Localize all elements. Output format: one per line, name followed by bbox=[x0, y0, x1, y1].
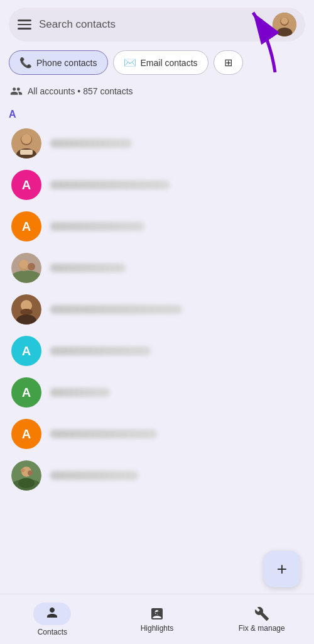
avatar bbox=[11, 128, 41, 158]
svg-point-25 bbox=[28, 470, 33, 475]
nav-contacts-bg bbox=[33, 602, 71, 625]
list-item[interactable]: A bbox=[9, 372, 305, 413]
contact-name bbox=[50, 264, 126, 272]
contact-name bbox=[50, 305, 182, 314]
avatar bbox=[11, 253, 41, 283]
avatar bbox=[11, 294, 41, 325]
svg-point-24 bbox=[21, 469, 24, 472]
contacts-nav-icon bbox=[45, 605, 60, 620]
highlights-nav-label: Highlights bbox=[141, 624, 174, 633]
contact-name bbox=[50, 347, 151, 355]
list-item[interactable] bbox=[9, 455, 305, 496]
contact-name bbox=[50, 388, 110, 397]
list-item[interactable] bbox=[9, 289, 305, 330]
list-item[interactable] bbox=[9, 123, 305, 164]
svg-point-14 bbox=[28, 263, 35, 270]
avatar: A bbox=[11, 170, 41, 200]
bottom-navigation: Contacts Highlights Fix & manage bbox=[0, 594, 314, 644]
section-header-a: A bbox=[9, 104, 305, 123]
search-input-label[interactable]: Search contacts bbox=[39, 18, 250, 31]
filter-tabs: 📞 Phone contacts ✉️ Email contacts ⊞ bbox=[0, 48, 314, 81]
nav-highlights[interactable]: Highlights bbox=[105, 600, 210, 639]
contacts-list: A A A bbox=[0, 104, 314, 594]
email-tab-label: Email contacts bbox=[141, 58, 198, 68]
contact-name bbox=[50, 471, 138, 480]
phone-contacts-tab[interactable]: 📞 Phone contacts bbox=[9, 50, 108, 75]
user-avatar[interactable] bbox=[273, 13, 296, 36]
avatar: A bbox=[11, 336, 41, 366]
avatar: A bbox=[11, 377, 41, 408]
svg-point-8 bbox=[21, 134, 31, 144]
list-item[interactable]: A bbox=[9, 413, 305, 455]
svg-point-23 bbox=[18, 478, 35, 488]
contact-name bbox=[50, 139, 132, 148]
account-count-label: All accounts • 857 contacts bbox=[28, 86, 133, 96]
hamburger-menu-button[interactable] bbox=[18, 19, 31, 30]
contact-name bbox=[50, 180, 170, 189]
svg-rect-11 bbox=[11, 270, 41, 283]
avatar bbox=[11, 460, 41, 491]
accounts-icon bbox=[10, 85, 23, 97]
list-item[interactable]: A bbox=[9, 206, 305, 247]
nav-contacts[interactable]: Contacts bbox=[0, 596, 105, 643]
account-info: All accounts • 857 contacts bbox=[0, 81, 314, 104]
add-contact-fab[interactable]: + bbox=[264, 551, 300, 587]
directory-tab[interactable]: ⊞ bbox=[214, 50, 243, 75]
contact-name bbox=[50, 222, 144, 231]
phone-icon: 📞 bbox=[19, 57, 32, 69]
svg-point-13 bbox=[19, 260, 28, 269]
fix-manage-nav-label: Fix & manage bbox=[239, 624, 285, 633]
avatar: A bbox=[11, 211, 41, 242]
grid-icon: ⊞ bbox=[224, 57, 232, 69]
plus-icon: + bbox=[277, 559, 287, 579]
svg-point-3 bbox=[281, 18, 288, 25]
list-item[interactable]: A bbox=[9, 164, 305, 206]
app-container: Search contacts bbox=[0, 0, 314, 644]
fix-manage-nav-icon bbox=[254, 606, 269, 621]
nav-fix-manage[interactable]: Fix & manage bbox=[209, 600, 314, 639]
contact-name bbox=[50, 430, 157, 438]
more-options-button[interactable] bbox=[257, 16, 265, 33]
phone-tab-label: Phone contacts bbox=[36, 58, 97, 68]
highlights-nav-icon bbox=[149, 606, 165, 621]
avatar: A bbox=[11, 419, 41, 449]
email-icon: ✉️ bbox=[124, 57, 136, 69]
svg-rect-9 bbox=[20, 150, 33, 155]
list-item[interactable]: A bbox=[9, 330, 305, 372]
svg-rect-19 bbox=[23, 309, 30, 313]
contacts-nav-label: Contacts bbox=[38, 628, 67, 636]
email-contacts-tab[interactable]: ✉️ Email contacts bbox=[113, 50, 208, 75]
search-bar: Search contacts bbox=[9, 8, 305, 42]
list-item[interactable] bbox=[9, 247, 305, 289]
